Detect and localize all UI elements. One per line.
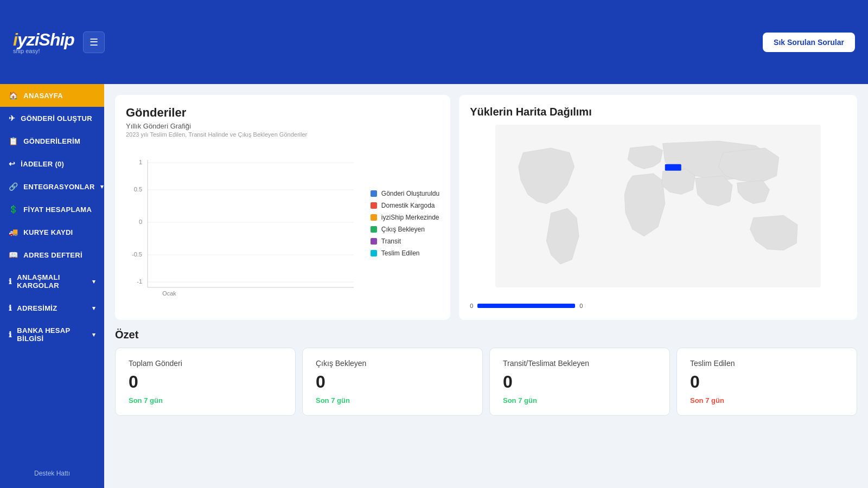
chart-title: Gönderiler [126, 106, 439, 120]
svg-text:Ocak: Ocak [162, 290, 176, 297]
legend-item-iyziship-merkezinde: iyziShip Merkezinde [371, 214, 439, 221]
book-icon: 📖 [9, 251, 18, 259]
transit-label: Transit/Teslimat Bekleyen [503, 359, 656, 368]
toplam-gonderi-value: 0 [129, 372, 282, 392]
chart-desc: 2023 yılı Teslim Edilen, Transit Halinde… [126, 131, 439, 138]
legend-color [371, 238, 377, 245]
chevron-down-icon: ▾ [92, 331, 95, 338]
chevron-down-icon: ▾ [100, 183, 104, 190]
menu-button[interactable]: ☰ [83, 31, 105, 53]
content-area: Gönderiler Yıllık Gönderi Grafiği 2023 y… [104, 84, 868, 488]
sidebar-item-anlasmali-kargolar[interactable]: ℹ ANLAŞMALI KARGOLAR ▾ [0, 266, 104, 297]
chart-svg: 1 0.5 0 -0.5 -1 Ocak Aylar [126, 146, 354, 298]
svg-text:1: 1 [139, 159, 142, 165]
summary-card-toplam: Toplam Gönderi 0 Son 7 gün [115, 348, 296, 416]
map-container [470, 125, 846, 298]
sidebar-item-gonderi-olustur[interactable]: ✈ GÖNDERİ OLUŞTUR [0, 107, 104, 130]
sidebar-item-banka-hesap[interactable]: ℹ BANKA HESAP BİLGİSİ ▾ [0, 319, 104, 350]
legend-item-transit: Transit [371, 237, 439, 245]
chart-legend: Gönderi Oluşturuldu Domestik Kargoda iyz… [371, 146, 439, 300]
sidebar-item-label: KURYE KAYDI [23, 228, 73, 236]
bank-icon: ℹ [9, 330, 11, 339]
logo-text: iyziShip [13, 30, 74, 50]
sidebar-item-adresimiz[interactable]: ℹ ADRESİMİZ ▾ [0, 297, 104, 319]
legend-label: Gönderi Oluşturuldu [381, 190, 439, 197]
price-icon: 💲 [9, 205, 18, 214]
chart-area: 1 0.5 0 -0.5 -1 Ocak Aylar [126, 146, 439, 300]
cikis-bekleyen-period[interactable]: Son 7 gün [316, 396, 469, 404]
svg-text:Aylar: Aylar [243, 298, 258, 298]
scale-right-label: 0 [579, 303, 583, 309]
sidebar-item-label: ADRES DEFTERİ [23, 251, 82, 259]
support-link[interactable]: Destek Hattı [0, 470, 104, 477]
chart-subtitle: Yıllık Gönderi Grafiği [126, 122, 439, 130]
sidebar-item-label: ADRESİMİZ [17, 304, 57, 312]
header: iyziShip ship easy! ☰ Sık Sorulan Sorula… [0, 0, 868, 84]
main-layout: 🏠 ANASAYFA ✈ GÖNDERİ OLUŞTUR 📋 GÖNDERİLE… [0, 84, 868, 488]
legend-item-domestik-kargoda: Domestik Kargoda [371, 202, 439, 209]
faq-button[interactable]: Sık Sorulan Sorular [763, 33, 855, 52]
world-map-svg [470, 125, 846, 287]
legend-item-cikis-bekleyen: Çıkış Bekleyen [371, 226, 439, 233]
transit-value: 0 [503, 372, 656, 392]
menu-icon: ☰ [90, 36, 98, 48]
legend-label: Domestik Kargoda [381, 202, 435, 209]
sidebar-item-entegrasyonlar[interactable]: 🔗 ENTEGRASYONLAR ▾ [0, 175, 104, 198]
sidebar-item-label: BANKA HESAP BİLGİSİ [17, 326, 86, 343]
scale-bar [477, 304, 575, 308]
return-icon: ↩ [9, 159, 15, 168]
chevron-down-icon: ▾ [92, 278, 95, 285]
sidebar-item-gonderilerim[interactable]: 📋 GÖNDERİLERİM [0, 130, 104, 152]
sidebar-item-kurye-kaydi[interactable]: 🚚 KURYE KAYDI [0, 221, 104, 243]
legend-color [371, 202, 377, 209]
sidebar-item-fiyat-hesaplama[interactable]: 💲 FİYAT HESAPLAMA [0, 198, 104, 221]
chart-svg-container: 1 0.5 0 -0.5 -1 Ocak Aylar [126, 146, 358, 300]
logo-sub: ship easy! [13, 48, 40, 54]
sidebar-item-label: ANLAŞMALI KARGOLAR [17, 273, 86, 290]
sidebar-item-label: GÖNDERİLERİM [23, 137, 80, 145]
sidebar: 🏠 ANASAYFA ✈ GÖNDERİ OLUŞTUR 📋 GÖNDERİLE… [0, 84, 104, 488]
summary-card-transit: Transit/Teslimat Bekleyen 0 Son 7 gün [489, 348, 670, 416]
home-icon: 🏠 [9, 91, 18, 100]
sidebar-item-label: ANASAYFA [23, 92, 63, 100]
teslim-edilen-period[interactable]: Son 7 gün [690, 396, 844, 404]
sidebar-item-label: İADELER (0) [21, 160, 64, 168]
svg-text:0: 0 [139, 219, 142, 225]
cikis-bekleyen-value: 0 [316, 372, 469, 392]
logo: iyziShip ship easy! [13, 30, 74, 54]
toplam-gonderi-label: Toplam Gönderi [129, 359, 282, 368]
svg-point-16 [671, 165, 675, 170]
legend-item-gonderi-olusturuldu: Gönderi Oluşturuldu [371, 190, 439, 197]
courier-icon: 🚚 [9, 228, 18, 236]
toplam-gonderi-period[interactable]: Son 7 gün [129, 396, 282, 404]
transit-period[interactable]: Son 7 gün [503, 396, 656, 404]
cikis-bekleyen-label: Çıkış Bekleyen [316, 359, 469, 368]
summary-card-teslim: Teslim Edilen 0 Son 7 gün [676, 348, 857, 416]
sidebar-item-anasayfa[interactable]: 🏠 ANASAYFA [0, 84, 104, 107]
legend-item-teslim-edilen: Teslim Edilen [371, 249, 439, 257]
summary-card-cikis: Çıkış Bekleyen 0 Son 7 gün [302, 348, 483, 416]
summary-title: Özet [115, 329, 857, 341]
legend-color [371, 190, 377, 197]
info-icon: ℹ [9, 304, 11, 312]
teslim-edilen-value: 0 [690, 372, 844, 392]
legend-label: Transit [381, 237, 401, 245]
legend-label: iyziShip Merkezinde [381, 214, 439, 221]
svg-text:-1: -1 [137, 278, 142, 285]
info-icon: ℹ [9, 277, 11, 286]
legend-color [371, 214, 377, 221]
top-section: Gönderiler Yıllık Gönderi Grafiği 2023 y… [115, 95, 857, 320]
sidebar-item-iadeler[interactable]: ↩ İADELER (0) [0, 152, 104, 175]
legend-color [371, 250, 377, 256]
teslim-edilen-label: Teslim Edilen [690, 359, 844, 368]
legend-label: Çıkış Bekleyen [381, 226, 425, 233]
svg-text:0.5: 0.5 [134, 186, 142, 192]
list-icon: 📋 [9, 137, 18, 145]
sidebar-item-adres-defteri[interactable]: 📖 ADRES DEFTERİ [0, 243, 104, 266]
legend-label: Teslim Edilen [381, 249, 420, 257]
chart-card: Gönderiler Yıllık Gönderi Grafiği 2023 y… [115, 95, 450, 320]
sidebar-item-label: GÖNDERİ OLUŞTUR [21, 114, 92, 123]
scale-left-label: 0 [470, 303, 473, 309]
map-card: Yüklerin Harita Dağılımı [459, 95, 857, 320]
map-scale: 0 0 [470, 303, 846, 309]
